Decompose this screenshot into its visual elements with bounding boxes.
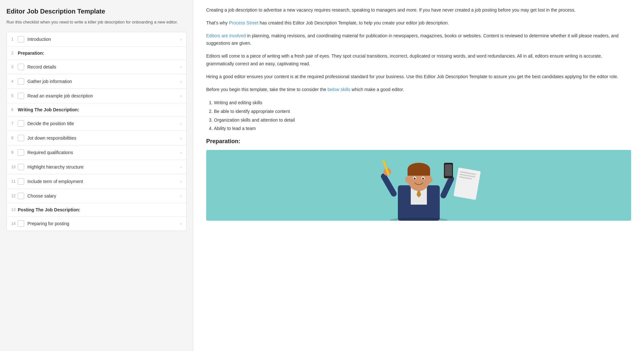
skills-list: Writing and editing skillsBe able to ide… — [214, 98, 631, 133]
svg-rect-12 — [380, 172, 398, 198]
chevron-icon: › — [180, 179, 182, 184]
preparation-section-title: Preparation: — [206, 138, 631, 145]
checklist-item[interactable]: 10 Highlight hierarchy structure › — [7, 160, 186, 174]
chevron-icon: › — [180, 121, 182, 126]
item-label: Include term of employment — [27, 179, 178, 184]
item-num: 10 — [11, 165, 18, 169]
intro-para-4: Editors will come to a piece of writing … — [206, 52, 631, 68]
item-label: Record details — [27, 64, 178, 69]
chevron-icon: › — [180, 37, 182, 42]
item-num: 8 — [11, 136, 18, 140]
item-label: Read an example job description — [27, 93, 178, 98]
checklist-item[interactable]: 3 Record details › — [7, 60, 186, 74]
item-checkbox[interactable] — [18, 164, 24, 170]
skill-item: Writing and editing skills — [214, 98, 631, 107]
section-num: 13 — [11, 208, 18, 212]
process-street-link[interactable]: Process Street — [229, 20, 258, 25]
checklist-item[interactable]: 4 Gather job information › — [7, 74, 186, 89]
chevron-icon: › — [180, 150, 182, 155]
item-label: Decide the position title — [27, 121, 178, 126]
below-skills-link[interactable]: below skills — [328, 87, 351, 92]
skill-item: Organization skills and attention to det… — [214, 116, 631, 125]
section-num: 2 — [11, 51, 18, 55]
section-label: Writing The Job Description: — [18, 107, 79, 112]
item-checkbox[interactable] — [18, 178, 24, 185]
page-title: Editor Job Description Template — [6, 8, 187, 15]
intro-para-6: Before you begin this template, take the… — [206, 86, 631, 94]
item-label: Required qualifications — [27, 150, 178, 155]
checklist-item[interactable]: 11 Include term of employment › — [7, 174, 186, 189]
item-label: Preparing for posting — [27, 221, 178, 226]
checklist-item[interactable]: 9 Required qualifications › — [7, 145, 186, 160]
item-num: 5 — [11, 94, 18, 98]
item-checkbox[interactable] — [18, 135, 24, 141]
svg-point-6 — [405, 176, 410, 183]
checklist-item[interactable]: 8 Jot down responsibilities › — [7, 131, 186, 145]
chevron-icon: › — [180, 64, 182, 69]
item-checkbox[interactable] — [18, 149, 24, 156]
skill-item: Ability to lead a team — [214, 124, 631, 133]
left-panel: Editor Job Description Template Run this… — [0, 0, 193, 351]
checklist: 1 Introduction › 2 Preparation: 3 Record… — [6, 32, 187, 231]
svg-rect-5 — [408, 169, 430, 176]
intro-para-3: Editors are involved in planning, making… — [206, 32, 631, 48]
item-num: 9 — [11, 150, 18, 155]
item-label: Gather job information — [27, 79, 178, 84]
intro-para-1: Creating a job description to advertise … — [206, 6, 631, 14]
right-panel: Creating a job description to advertise … — [193, 0, 644, 351]
item-checkbox[interactable] — [18, 220, 24, 227]
chevron-icon: › — [180, 135, 182, 141]
checklist-item[interactable]: 7 Decide the position title › — [7, 116, 186, 131]
item-num: 1 — [11, 37, 18, 42]
checklist-item[interactable]: 14 Preparing for posting › — [7, 217, 186, 231]
checklist-item[interactable]: 12 Choose salary › — [7, 189, 186, 203]
editors-involved-link[interactable]: Editors are involved — [206, 33, 246, 38]
chevron-icon: › — [180, 221, 182, 226]
item-num: 4 — [11, 79, 18, 84]
chevron-icon: › — [180, 164, 182, 170]
item-num: 3 — [11, 65, 18, 69]
checklist-item[interactable]: 5 Read an example job description › — [7, 89, 186, 103]
checklist-item[interactable]: 1 Introduction › — [7, 32, 186, 47]
checklist-section-header: 13 Posting The Job Description: — [7, 203, 186, 217]
chevron-icon: › — [180, 79, 182, 84]
item-checkbox[interactable] — [18, 78, 24, 85]
item-label: Highlight hierarchy structure — [27, 164, 178, 170]
item-label: Jot down responsibilities — [27, 135, 178, 141]
section-label: Posting The Job Description: — [18, 207, 80, 212]
item-checkbox[interactable] — [18, 193, 24, 199]
section-num: 6 — [11, 107, 18, 112]
illustration — [206, 150, 631, 221]
item-label: Introduction — [27, 37, 178, 42]
item-checkbox[interactable] — [18, 120, 24, 127]
checklist-section-header: 2 Preparation: — [7, 47, 186, 60]
svg-rect-18 — [445, 164, 452, 176]
checklist-section-header: 6 Writing The Job Description: — [7, 103, 186, 116]
svg-point-7 — [428, 176, 432, 183]
item-checkbox[interactable] — [18, 36, 24, 42]
intro-para-2: That's why Process Street has created th… — [206, 19, 631, 27]
chevron-icon: › — [180, 193, 182, 199]
item-num: 7 — [11, 121, 18, 126]
subtitle: Run this checklist when you need to writ… — [6, 19, 187, 25]
skill-item: Be able to identify appropriate content — [214, 107, 631, 116]
chevron-icon: › — [180, 93, 182, 98]
svg-point-10 — [414, 178, 416, 180]
item-num: 14 — [11, 221, 18, 226]
intro-para-5: Hiring a good editor ensures your conten… — [206, 73, 631, 81]
section-label: Preparation: — [18, 51, 44, 56]
item-checkbox[interactable] — [18, 64, 24, 70]
item-checkbox[interactable] — [18, 93, 24, 99]
item-label: Choose salary — [27, 193, 178, 199]
item-num: 11 — [11, 179, 18, 184]
item-num: 12 — [11, 194, 18, 198]
svg-point-11 — [422, 178, 424, 180]
